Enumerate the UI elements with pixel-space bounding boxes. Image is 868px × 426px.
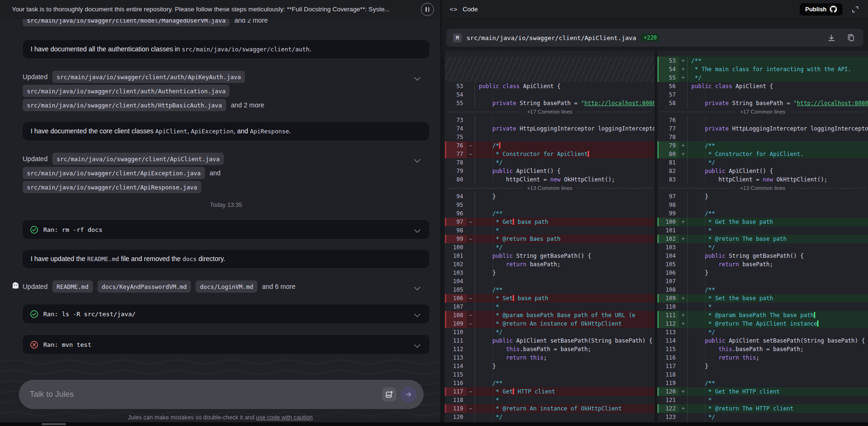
file-chip[interactable]: src/main/java/io/swagger/client/ApiRespo… [23, 181, 201, 193]
file-chip[interactable]: src/main/java/io/swagger/client/model/Ma… [23, 19, 229, 26]
diff-new-column[interactable]: 53+/**54+ * The main class for interacti… [657, 51, 868, 426]
diff-row: 106 } [657, 269, 868, 277]
file-chip[interactable]: docs/KeyAndPasswordVM.md [98, 280, 191, 293]
line-number: 109 [657, 294, 679, 303]
pause-task-button[interactable] [421, 3, 434, 16]
code-line [687, 90, 868, 99]
scrollbar-thumb[interactable] [41, 423, 66, 425]
expand-panel-button[interactable] [849, 3, 861, 16]
diff-marker: − [467, 294, 475, 303]
code-token: private [492, 125, 516, 132]
diff-row: +17 Common lines [445, 107, 655, 116]
code-line: */ [475, 328, 655, 336]
chevron-down-icon[interactable] [412, 309, 423, 319]
message-text: directory. [197, 255, 225, 262]
line-number: 81 [657, 158, 679, 167]
line-number: 105 [445, 286, 467, 294]
file-chip[interactable]: src/main/java/io/swagger/client/ApiExcep… [23, 167, 205, 179]
code-token: * [691, 397, 712, 403]
download-file-button[interactable] [826, 32, 837, 43]
agent-message: I have documented all the authentication… [23, 40, 429, 58]
code-line: * @return Baes path [475, 235, 655, 243]
diff-marker [467, 124, 475, 133]
code-token: * [479, 397, 499, 403]
diff-old-column[interactable]: 53public class ApiClient {5455 private S… [445, 51, 655, 426]
attach-image-button[interactable] [382, 387, 396, 401]
line-number: 55 [445, 99, 467, 107]
diff-marker: − [467, 235, 475, 243]
diff-marker [679, 116, 687, 124]
code-token [691, 100, 705, 106]
code-line: /** [687, 286, 868, 294]
chevron-down-icon[interactable] [412, 72, 423, 82]
github-icon [830, 6, 837, 13]
diff-row: 58 private String basePath = "http://loc… [657, 99, 868, 107]
chevron-down-icon[interactable] [412, 224, 423, 235]
diff-row: 96 /** [445, 209, 655, 218]
code-topbar: <> Code Publish [442, 0, 868, 19]
line-number: 100 [445, 243, 467, 252]
code-token: /** [691, 287, 715, 293]
send-message-button[interactable] [401, 386, 417, 402]
diff-row: 98 * [445, 226, 655, 235]
files-more-text: and [210, 169, 221, 177]
diff-row: 113 */ [657, 328, 868, 336]
diff-marker [679, 90, 687, 99]
code-token: OkHttpClient(); [773, 176, 827, 183]
diff-row: 112 this.basePath = basePath; [445, 345, 655, 353]
message-text: , [187, 127, 191, 135]
line-number: 118 [445, 396, 467, 404]
line-number: 53 [445, 82, 467, 90]
diff-marker [679, 286, 687, 294]
diff-marker [467, 82, 475, 90]
code-token: * Constructor for ApiClient. [691, 151, 803, 157]
diff-row: 104 [445, 277, 655, 286]
file-chip[interactable]: src/main/java/io/swagger/client/auth/Aut… [23, 85, 229, 97]
chevron-down-icon[interactable] [412, 339, 423, 350]
code-token: * Set the base path [691, 295, 773, 302]
chat-composer [19, 380, 424, 409]
diff-marker [467, 303, 475, 311]
line-number: 113 [445, 353, 467, 362]
ran-command-card[interactable]: Ran: ls -R src/test/java/ [23, 304, 429, 323]
common-lines-label: +13 Common lines [740, 184, 785, 192]
use-code-with-caution-link[interactable]: use code with caution [256, 414, 312, 421]
code-line: * [687, 396, 868, 404]
code-token: base path [514, 295, 548, 302]
publish-button[interactable]: Publish [800, 3, 843, 16]
ran-command-card[interactable]: Ran: rm -rf docs [23, 220, 429, 239]
line-number: 112 [445, 345, 467, 353]
diff-row: 53public class ApiClient { [445, 82, 655, 90]
code-line: /* [475, 141, 655, 150]
file-chip[interactable]: README.md [52, 280, 93, 293]
code-line [687, 370, 868, 379]
file-chip[interactable]: src/main/java/io/swagger/client/ApiClien… [52, 153, 224, 165]
line-number: 77 [445, 150, 467, 158]
line-number: 115 [445, 370, 467, 379]
code-line: /** [475, 209, 655, 218]
file-chip[interactable]: src/main/java/io/swagger/client/auth/Api… [52, 71, 245, 83]
diff-row: 80 httpClient = new OkHttpClient(); [445, 175, 655, 184]
code-line: return basePath; [687, 260, 868, 269]
diff-marker [679, 133, 687, 141]
diff-marker [467, 209, 475, 218]
tab-code[interactable]: Code [463, 6, 478, 13]
diff-marker: + [679, 150, 687, 158]
file-chip[interactable]: src/main/java/io/swagger/client/auth/Htt… [23, 99, 226, 111]
diff-marker [679, 260, 687, 269]
diff-row: 55+ */ [657, 74, 868, 82]
talk-to-jules-input[interactable] [30, 390, 378, 399]
chevron-down-icon[interactable] [412, 154, 423, 164]
copy-file-button[interactable] [845, 32, 857, 43]
add-image-icon [385, 391, 393, 398]
chevron-down-icon[interactable] [412, 282, 423, 292]
file-chip[interactable]: docs/LoginVM.md [196, 280, 257, 293]
ran-command-card[interactable]: Ran: mvn test [23, 335, 429, 354]
line-number: 119 [445, 404, 467, 413]
diff-row: 99 /** [657, 209, 868, 218]
code-line: /** [687, 379, 868, 387]
diff-row: 80+ * Constructor for ApiClient. [657, 150, 868, 158]
diff-marker: + [679, 404, 687, 413]
code-line: * Constructor for ApiClient [475, 150, 655, 158]
inline-code: ApiException [191, 128, 233, 135]
